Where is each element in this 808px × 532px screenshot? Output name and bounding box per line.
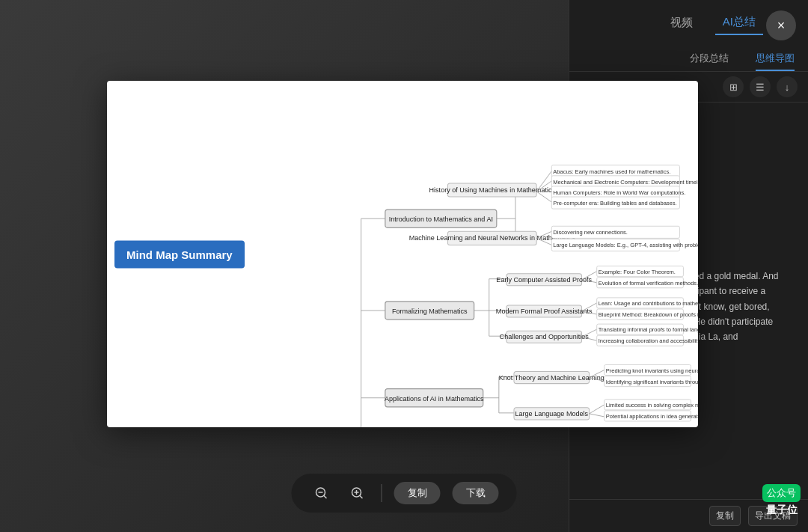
svg-text:Increasing collaboration and a: Increasing collaboration and accessibili… [599, 337, 698, 344]
icon-grid[interactable]: ⊞ [723, 76, 744, 97]
svg-text:Evolution of formal verificati: Evolution of formal verification methods… [599, 280, 698, 287]
tab-ai[interactable]: AI总结 [715, 10, 763, 35]
watermark-name: 量子位 [766, 504, 798, 517]
svg-text:Limited success in solving com: Limited success in solving complex mathe… [606, 402, 698, 409]
icon-list[interactable]: ☰ [750, 76, 771, 97]
svg-text:Machine Learning and Neural Ne: Machine Learning and Neural Networks in … [409, 234, 576, 242]
svg-text:Lean: Usage and contributions : Lean: Usage and contributions to mathema… [599, 300, 698, 307]
top-tabs: 视频 AI总结 [663, 10, 763, 35]
svg-text:Formalizing Mathematics: Formalizing Mathematics [392, 308, 468, 315]
svg-text:Early Computer Assisted Proofs: Early Computer Assisted Proofs [496, 276, 592, 284]
watermark: 公众号 量子位 [762, 484, 801, 517]
svg-text:Large Language Models: Large Language Models [515, 410, 588, 418]
svg-text:Blueprint Method: Breakdown of: Blueprint Method: Breakdown of proofs in… [599, 311, 698, 318]
download-button[interactable]: 下载 [453, 482, 499, 504]
svg-text:Modern Formal Proof Assistants: Modern Formal Proof Assistants [496, 308, 593, 315]
svg-text:Human Computers: Role in World: Human Computers: Role in World War compu… [553, 189, 685, 196]
svg-text:Translating informal proofs to: Translating informal proofs to formal la… [599, 326, 698, 333]
svg-text:Pre-computer era: Building tab: Pre-computer era: Building tables and da… [553, 200, 676, 207]
svg-text:Introduction to Mathematics an: Introduction to Mathematics and AI [389, 215, 493, 223]
svg-line-116 [360, 495, 363, 498]
svg-text:Large Language Models: E.g., G: Large Language Models: E.g., GPT-4, assi… [553, 242, 698, 248]
copy-button[interactable]: 复制 [394, 482, 441, 504]
svg-line-112 [324, 495, 327, 498]
svg-text:History of Using Machines in M: History of Using Machines in Mathematics [429, 186, 556, 194]
tab-video[interactable]: 视频 [663, 11, 700, 34]
close-button[interactable]: × [766, 10, 796, 40]
svg-text:Identifying significant invari: Identifying significant invariants throu… [606, 379, 698, 385]
svg-text:Mechanical and Electronic Comp: Mechanical and Electronic Computers: Dev… [553, 179, 698, 186]
svg-text:Applications of AI in Mathemat: Applications of AI in Mathematics [385, 395, 484, 403]
svg-line-82 [590, 405, 605, 414]
svg-text:Predicting knot invariants usi: Predicting knot invariants using neural … [606, 367, 698, 374]
zoom-out-button[interactable] [310, 481, 334, 505]
svg-text:Potential applications in idea: Potential applications in idea generatio… [606, 413, 698, 420]
svg-text:Knot Theory and Machine Learni: Knot Theory and Machine Learning [499, 374, 605, 382]
svg-line-83 [590, 414, 605, 417]
svg-text:Challenges and Opportunities: Challenges and Opportunities [500, 333, 590, 340]
zoom-in-button[interactable] [346, 481, 370, 505]
svg-text:Example: Four Color Theorem.: Example: Four Color Theorem. [599, 269, 676, 275]
copy-btn-right[interactable]: 复制 [709, 506, 741, 526]
sub-tab-mindmap[interactable]: 思维导图 [742, 46, 808, 71]
sub-tab-summary[interactable]: 分段总结 [676, 46, 742, 71]
bottom-toolbar: 复制 下载 [292, 474, 517, 513]
mindmap-inner: Mind Map Summary .node-box { fill: #f0f0… [107, 81, 698, 427]
icon-download[interactable]: ↓ [777, 76, 798, 97]
mindmap-title: Mind Map Summary [114, 240, 245, 268]
top-bar: 视频 AI总结 × [0, 0, 808, 45]
svg-text:Abacus: Early machines used fo: Abacus: Early machines used for mathemat… [553, 168, 670, 175]
toolbar-divider [382, 484, 382, 502]
mindmap-modal: Mind Map Summary .node-box { fill: #f0f0… [107, 81, 698, 427]
svg-text:Discovering new connections.: Discovering new connections. [553, 229, 628, 236]
